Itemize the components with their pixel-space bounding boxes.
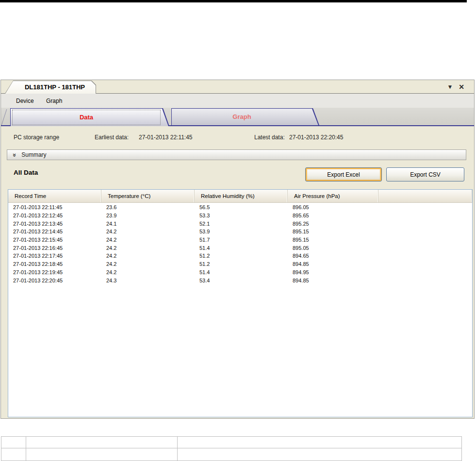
- tab-graph-label: Graph: [171, 108, 312, 125]
- table-cell: 27-01-2013 22:13:45: [8, 219, 101, 228]
- table-row[interactable]: 27-01-2013 22:16:4524.251.4895.05: [8, 244, 472, 252]
- page-table-fragment: [1, 436, 462, 461]
- page-top-rule: [0, 0, 467, 2]
- tab-data-label: Data: [10, 108, 163, 126]
- fragment-cell: [178, 448, 461, 461]
- table-cell: 27-01-2013 22:19:45: [8, 268, 101, 277]
- fragment-cell: [26, 448, 178, 461]
- table-cell: [378, 203, 472, 212]
- close-icon[interactable]: ✕: [459, 83, 464, 90]
- fragment-row: [1, 448, 461, 461]
- table-cell: 27-01-2013 22:11:45: [8, 203, 101, 212]
- table-cell: 24.3: [101, 276, 195, 284]
- table-cell: [378, 260, 472, 268]
- table-cell: 895.05: [288, 244, 378, 252]
- table-cell: 895.65: [288, 212, 378, 220]
- table-cell: 24.2: [101, 252, 195, 260]
- table-cell: 51.4: [195, 268, 288, 277]
- fragment-cell: [1, 448, 26, 461]
- doc-tab-title: DL181THP - 181THP: [16, 81, 93, 94]
- chevron-down-icon: »: [12, 153, 18, 156]
- doc-tab[interactable]: DL181THP - 181THP: [5, 81, 96, 94]
- tabbar-controls: ▼ ✕: [447, 80, 464, 94]
- table-cell: [378, 252, 472, 260]
- table-cell: 23.9: [101, 212, 195, 220]
- export-csv-button[interactable]: Export CSV: [386, 167, 464, 181]
- table-cell: 24.2: [101, 244, 195, 252]
- menu-item-device[interactable]: Device: [13, 94, 37, 108]
- header-cell[interactable]: Air Pressure (hPa): [288, 190, 378, 202]
- storage-range-row: PC storage range Earliest data: 27-01-20…: [1, 126, 474, 148]
- page-tabstrip: Data Graph: [1, 108, 474, 126]
- table-row[interactable]: 27-01-2013 22:18:4524.251.2894.85: [8, 260, 472, 268]
- header-cell[interactable]: Temperature (°C): [101, 190, 195, 202]
- export-excel-button[interactable]: Export Excel: [305, 167, 382, 181]
- summary-label: Summary: [21, 151, 46, 158]
- tab-graph[interactable]: Graph: [171, 108, 319, 125]
- fragment-row: [1, 437, 461, 448]
- table-cell: 51.2: [195, 252, 288, 260]
- tab-data[interactable]: Data: [10, 108, 169, 126]
- table-row[interactable]: 27-01-2013 22:17:4524.251.2894.65: [8, 252, 472, 260]
- all-data-title: All Data: [14, 169, 38, 176]
- table-cell: 27-01-2013 22:18:45: [8, 260, 101, 268]
- list-header: Record TimeTemperature (°C)Relative Humi…: [8, 190, 472, 203]
- table-cell: 894.65: [288, 252, 378, 260]
- doc-tabbar: DL181THP - 181THP ▼ ✕: [1, 80, 474, 94]
- list-rows: 27-01-2013 22:11:4523.656.5896.0527-01-2…: [8, 203, 472, 417]
- earliest-data-label: Earliest data:: [95, 134, 129, 141]
- table-cell: 895.15: [288, 228, 378, 236]
- table-cell: [378, 212, 472, 220]
- data-page-content: PC storage range Earliest data: 27-01-20…: [1, 126, 474, 418]
- table-cell: 23.6: [101, 203, 195, 212]
- document-page: DL181THP - 181THP ▼ ✕ Device Graph Data: [0, 0, 476, 461]
- menu-item-graph[interactable]: Graph: [43, 94, 65, 108]
- table-cell: 56.5: [195, 203, 288, 212]
- table-cell: 894.85: [288, 260, 378, 268]
- fragment-cell: [26, 437, 178, 448]
- table-cell: 24.2: [101, 260, 195, 268]
- table-cell: 24.2: [101, 236, 195, 244]
- table-cell: [378, 268, 472, 277]
- table-cell: [378, 236, 472, 244]
- table-cell: 24.1: [101, 219, 195, 228]
- app-window: DL181THP - 181THP ▼ ✕ Device Graph Data: [0, 80, 475, 419]
- table-row[interactable]: 27-01-2013 22:19:4524.251.4894.95: [8, 268, 472, 277]
- header-cell[interactable]: Relative Humidity (%): [195, 190, 288, 202]
- table-cell: 53.9: [195, 228, 288, 236]
- table-cell: [378, 276, 472, 284]
- header-cell[interactable]: [378, 190, 472, 202]
- table-cell: 894.95: [288, 268, 378, 277]
- table-cell: 27-01-2013 22:17:45: [8, 252, 101, 260]
- earliest-data-value: 27-01-2013 22:11:45: [139, 134, 193, 141]
- table-row[interactable]: 27-01-2013 22:15:4524.251.7895.15: [8, 236, 472, 244]
- fragment-cell: [178, 437, 461, 448]
- table-cell: 27-01-2013 22:14:45: [8, 228, 101, 236]
- table-cell: 53.3: [195, 212, 288, 220]
- storage-range-label: PC storage range: [14, 134, 59, 141]
- data-listbox: Record TimeTemperature (°C)Relative Humi…: [8, 189, 473, 417]
- table-row[interactable]: 27-01-2013 22:14:4524.253.9895.15: [8, 228, 472, 236]
- table-row[interactable]: 27-01-2013 22:12:4523.953.3895.65: [8, 212, 472, 220]
- fragment-cell: [1, 437, 26, 448]
- table-cell: 51.7: [195, 236, 288, 244]
- table-cell: 27-01-2013 22:12:45: [8, 212, 101, 220]
- table-cell: 53.4: [195, 276, 288, 284]
- table-row[interactable]: 27-01-2013 22:20:4524.353.4894.85: [8, 276, 472, 284]
- summary-collapse-bar[interactable]: » Summary: [7, 149, 466, 160]
- window-dropdown-icon[interactable]: ▼: [447, 84, 453, 90]
- menubar: Device Graph: [1, 94, 474, 108]
- table-cell: [378, 228, 472, 236]
- table-cell: 896.05: [288, 203, 378, 212]
- table-cell: 51.4: [195, 244, 288, 252]
- latest-data-label: Latest data:: [254, 134, 285, 141]
- table-cell: [378, 219, 472, 228]
- table-cell: 27-01-2013 22:20:45: [8, 276, 101, 284]
- table-cell: 894.85: [288, 276, 378, 284]
- table-cell: 27-01-2013 22:15:45: [8, 236, 101, 244]
- table-row[interactable]: 27-01-2013 22:13:4524.152.1895.25: [8, 219, 472, 228]
- table-cell: 24.2: [101, 228, 195, 236]
- table-row[interactable]: 27-01-2013 22:11:4523.656.5896.05: [8, 203, 472, 212]
- header-cell[interactable]: Record Time: [8, 190, 101, 202]
- table-cell: 895.15: [288, 236, 378, 244]
